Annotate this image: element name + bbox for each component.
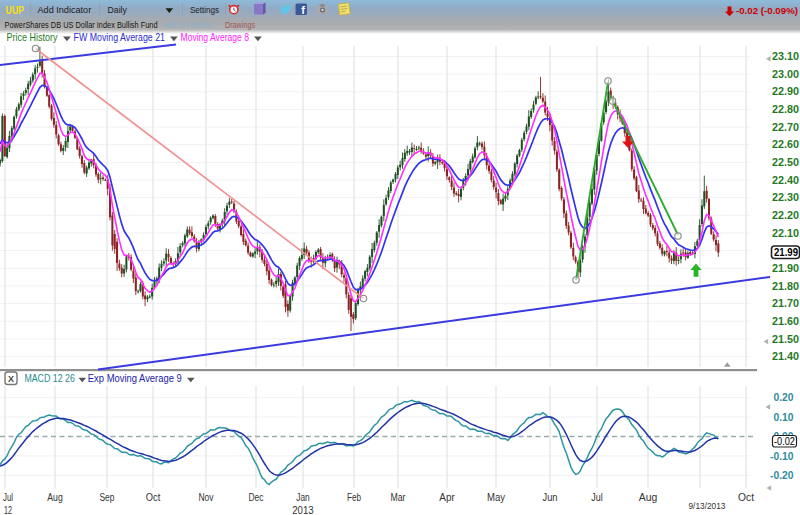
svg-text:Daily: Daily	[108, 4, 128, 15]
svg-text:Moving Average 8: Moving Average 8	[181, 31, 250, 43]
svg-text:Dec: Dec	[249, 492, 264, 503]
svg-text:21.40: 21.40	[772, 350, 799, 362]
svg-text:-0.02 (-0.09%): -0.02 (-0.09%)	[736, 5, 798, 16]
svg-text:Jul: Jul	[591, 492, 603, 503]
svg-text:Jan: Jan	[296, 492, 310, 503]
svg-text:-0.10: -0.10	[770, 450, 794, 462]
svg-text:22.30: 22.30	[772, 191, 799, 203]
svg-text:Aug: Aug	[639, 492, 658, 503]
svg-text:12: 12	[4, 505, 12, 515]
svg-text:22.60: 22.60	[772, 138, 799, 150]
svg-text:23.10: 23.10	[772, 50, 799, 62]
svg-text:Nov: Nov	[199, 492, 214, 503]
svg-text:FW Moving Average 21: FW Moving Average 21	[74, 31, 166, 43]
svg-text:Apr: Apr	[439, 492, 455, 503]
svg-text:Settings: Settings	[190, 4, 219, 15]
svg-text:Drawings: Drawings	[225, 20, 255, 30]
svg-text:22.80: 22.80	[772, 103, 799, 115]
svg-text:Aug: Aug	[47, 492, 63, 503]
svg-text:23.00: 23.00	[772, 68, 799, 80]
svg-text:22.40: 22.40	[772, 174, 799, 186]
svg-text:Sep: Sep	[100, 492, 115, 503]
svg-text:Add Indicator: Add Indicator	[38, 4, 92, 15]
svg-text:Add to Portfolio: Add to Portfolio	[164, 20, 214, 30]
svg-text:9/13/2013: 9/13/2013	[689, 501, 726, 511]
svg-text:f: f	[301, 4, 305, 16]
svg-text:Oct: Oct	[146, 492, 161, 503]
svg-text:22.70: 22.70	[772, 121, 799, 133]
svg-text:Jun: Jun	[543, 492, 558, 503]
svg-text:X: X	[8, 374, 14, 384]
svg-text:Jul: Jul	[3, 492, 13, 503]
svg-text:21.50: 21.50	[772, 333, 799, 345]
svg-text:21.80: 21.80	[772, 280, 799, 292]
svg-text:Exp Moving Average 9: Exp Moving Average 9	[88, 373, 182, 384]
svg-text:22.90: 22.90	[772, 85, 799, 97]
svg-text:PowerShares DB US Dollar Index: PowerShares DB US Dollar Index Bullish F…	[5, 20, 158, 30]
svg-text:Price History: Price History	[7, 31, 58, 43]
svg-text:21.99: 21.99	[774, 246, 798, 258]
svg-text:22.10: 22.10	[772, 227, 799, 239]
svg-text:0.20: 0.20	[774, 391, 794, 403]
svg-text:21.60: 21.60	[772, 315, 799, 327]
svg-text:May: May	[487, 492, 505, 503]
svg-text:21.70: 21.70	[772, 297, 799, 309]
svg-text:Mar: Mar	[391, 492, 407, 503]
svg-text:22.50: 22.50	[772, 156, 799, 168]
svg-text:-0.02: -0.02	[774, 436, 795, 447]
svg-text:21.90: 21.90	[772, 262, 799, 274]
svg-text:Oct: Oct	[738, 492, 754, 503]
svg-text:0.10: 0.10	[774, 411, 794, 423]
svg-text:2013: 2013	[292, 505, 314, 515]
svg-text:MACD 12 26: MACD 12 26	[24, 373, 75, 384]
svg-text:-0.20: -0.20	[770, 469, 794, 481]
svg-text:22.20: 22.20	[772, 209, 799, 221]
svg-text:Feb: Feb	[347, 492, 361, 503]
svg-text:UUP: UUP	[6, 5, 25, 16]
